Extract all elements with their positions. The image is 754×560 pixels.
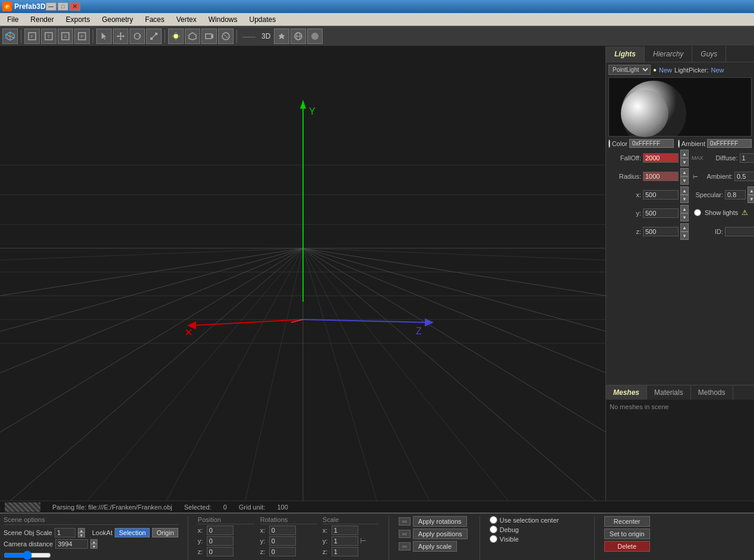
camera-dist-up[interactable]: ▲ bbox=[90, 539, 97, 544]
specular-up[interactable]: ▲ bbox=[747, 186, 754, 195]
minimize-button[interactable]: — bbox=[46, 2, 56, 11]
recenter-button[interactable]: Recenter bbox=[604, 516, 650, 527]
color-circle[interactable] bbox=[608, 140, 610, 148]
apply-scale-button[interactable]: Apply scale bbox=[413, 541, 457, 552]
scale-tool-btn[interactable] bbox=[146, 29, 162, 44]
specular-down[interactable]: ▼ bbox=[747, 195, 754, 203]
camera-tool-btn[interactable] bbox=[201, 29, 217, 44]
falloff-input[interactable] bbox=[643, 153, 679, 163]
rot-z-input[interactable] bbox=[269, 547, 296, 556]
ambient-circle[interactable] bbox=[678, 140, 680, 148]
wireframe-btn[interactable] bbox=[291, 29, 306, 44]
apply-positions-button[interactable]: Apply positions bbox=[413, 529, 468, 539]
radius-row: Radius: ▲ ▼ ⊢ Ambient: ▲ ▼ bbox=[608, 168, 752, 185]
divider4 bbox=[594, 516, 595, 560]
camera-dist-down[interactable]: ▼ bbox=[90, 544, 97, 549]
menu-file[interactable]: File bbox=[2, 14, 23, 25]
ambient-val-input[interactable] bbox=[734, 172, 754, 181]
scene-options-title: Scene options bbox=[4, 516, 178, 525]
light-type-select[interactable]: PointLight bbox=[608, 65, 651, 75]
visible-radio[interactable] bbox=[490, 535, 497, 543]
viewport-3d[interactable]: Y ✕ Z bbox=[0, 46, 605, 501]
menu-faces[interactable]: Faces bbox=[140, 14, 169, 25]
x-down[interactable]: ▼ bbox=[680, 195, 689, 203]
camera-dist-input[interactable] bbox=[55, 539, 88, 549]
apply-rotations-button[interactable]: Apply rotations bbox=[413, 516, 467, 527]
diffuse-input[interactable] bbox=[740, 153, 754, 163]
view-3d-btn[interactable]: P bbox=[74, 29, 90, 44]
z-up[interactable]: ▲ bbox=[680, 223, 689, 232]
scene-scale-up[interactable]: ▲ bbox=[78, 528, 85, 533]
tab-meshes[interactable]: Meshes bbox=[606, 385, 647, 400]
apply-rot-row: ═ Apply rotations bbox=[399, 516, 470, 527]
menu-geometry[interactable]: Geometry bbox=[97, 14, 138, 25]
z-input[interactable] bbox=[643, 227, 679, 236]
tab-hierarchy[interactable]: Hierarchy bbox=[645, 46, 692, 62]
radius-up[interactable]: ▲ bbox=[680, 168, 689, 176]
x-up[interactable]: ▲ bbox=[680, 186, 689, 195]
mesh-tool-btn[interactable] bbox=[185, 29, 200, 44]
rotate-tool-btn[interactable] bbox=[130, 29, 145, 44]
scene-scale-down[interactable]: ▼ bbox=[78, 533, 85, 537]
origin-button[interactable]: Origin bbox=[152, 528, 178, 537]
view-settings-btn[interactable] bbox=[274, 29, 289, 44]
extra-tool-btn[interactable] bbox=[218, 29, 234, 44]
rot-y-input[interactable] bbox=[269, 536, 296, 546]
tab-guys[interactable]: Guys bbox=[692, 46, 726, 62]
falloff-up[interactable]: ▲ bbox=[680, 150, 689, 158]
meshes-content: No meshes in scene bbox=[606, 400, 754, 501]
app-icon: P bbox=[2, 2, 12, 11]
delete-button[interactable]: Delete bbox=[604, 541, 650, 552]
use-selection-radio[interactable] bbox=[490, 516, 497, 524]
scale-y-input[interactable] bbox=[332, 536, 358, 546]
view-top-btn[interactable]: T bbox=[41, 29, 56, 44]
new-light-button[interactable]: New bbox=[659, 67, 672, 74]
solid-btn[interactable] bbox=[307, 29, 323, 44]
close-button[interactable]: ✕ bbox=[70, 2, 80, 11]
maximize-button[interactable]: □ bbox=[58, 2, 68, 11]
color-value-input[interactable] bbox=[629, 139, 674, 148]
scale-x-input[interactable] bbox=[332, 526, 358, 535]
show-lights-radio[interactable] bbox=[694, 209, 701, 216]
menu-windows[interactable]: Windows bbox=[204, 14, 242, 25]
scene-scale-input[interactable] bbox=[55, 528, 75, 537]
scale-z-input[interactable] bbox=[332, 547, 358, 556]
radius-input[interactable] bbox=[643, 172, 679, 181]
menu-vertex[interactable]: Vertex bbox=[172, 14, 201, 25]
tab-materials[interactable]: Materials bbox=[647, 385, 691, 400]
pos-x-input[interactable] bbox=[207, 526, 234, 535]
y-down[interactable]: ▼ bbox=[680, 213, 689, 222]
view-side-btn[interactable]: S bbox=[58, 29, 73, 44]
new-light-picker-button[interactable]: New bbox=[711, 67, 724, 74]
svg-marker-17 bbox=[119, 32, 122, 34]
select-tool-btn[interactable] bbox=[96, 29, 112, 44]
prefab-icon[interactable] bbox=[2, 29, 18, 44]
ambient-value-input[interactable] bbox=[707, 139, 752, 148]
tab-methods[interactable]: Methods bbox=[691, 385, 733, 400]
rot-x-input[interactable] bbox=[269, 526, 296, 535]
falloff-down[interactable]: ▼ bbox=[680, 158, 689, 166]
menu-render[interactable]: Render bbox=[26, 14, 58, 25]
scene-scale-label: Scene Obj Scale bbox=[4, 529, 52, 536]
view-front-btn[interactable]: F bbox=[24, 29, 40, 44]
selection-button[interactable]: Selection bbox=[115, 528, 150, 537]
specular-input[interactable] bbox=[725, 190, 746, 200]
id-input[interactable] bbox=[725, 227, 754, 236]
pos-z-input[interactable] bbox=[207, 547, 234, 556]
y-input[interactable] bbox=[643, 208, 679, 218]
move-tool-btn[interactable] bbox=[113, 29, 128, 44]
radius-down[interactable]: ▼ bbox=[680, 176, 689, 185]
debug-radio[interactable] bbox=[490, 526, 497, 533]
tab-lights[interactable]: Lights bbox=[606, 46, 645, 62]
x-input[interactable] bbox=[643, 190, 679, 200]
camera-slider[interactable] bbox=[4, 550, 51, 560]
menu-exports[interactable]: Exports bbox=[61, 14, 95, 25]
light-tool-btn[interactable] bbox=[168, 29, 184, 44]
set-to-origin-button[interactable]: Set to origin bbox=[604, 529, 650, 539]
y-up[interactable]: ▲ bbox=[680, 205, 689, 213]
debug-row: Debug bbox=[490, 526, 585, 533]
pos-y-input[interactable] bbox=[207, 536, 234, 546]
menu-updates[interactable]: Updates bbox=[244, 14, 280, 25]
svg-line-71 bbox=[193, 319, 303, 325]
z-down[interactable]: ▼ bbox=[680, 232, 689, 240]
